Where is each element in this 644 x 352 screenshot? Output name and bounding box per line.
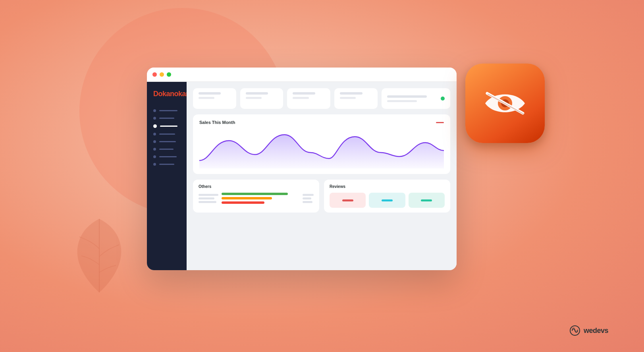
sidebar-item-6[interactable] [153,145,180,153]
bar-red [222,201,264,204]
wedevs-icon-svg [569,325,580,336]
chart-section: Sales This Month [193,114,450,174]
wedevs-logo: wedevs [569,325,608,336]
browser-window: Dokanokan [147,68,457,270]
stat-cards-row [193,88,450,109]
review-card-2 [369,193,405,208]
stat-card-2-line1 [246,92,268,95]
titlebar-dot-yellow [160,72,164,77]
sidebar-item-2-dot [153,117,156,120]
sidebar-item-8[interactable] [153,161,180,168]
titlebar-dot-red [152,72,157,77]
bar-orange [222,197,272,199]
stat-card-2-line2 [246,97,262,99]
sidebar-item-1[interactable] [153,107,180,114]
sidebar-item-1-line [159,110,177,111]
stat-card-4 [334,88,378,109]
icon-3d [465,64,553,151]
others-line-3 [199,201,216,203]
review-card-1 [330,193,366,208]
wedevs-text: wedevs [584,327,608,335]
sidebar-item-5[interactable] [153,138,180,145]
eye-slash-icon [481,87,529,119]
stat-card-wide [382,88,450,109]
others-line-2 [199,197,214,199]
reviews-panel-title: Reviews [330,184,445,189]
stat-card-4-line1 [340,92,362,95]
main-content: Sales This Month [187,82,457,270]
sidebar-item-2[interactable] [153,114,180,122]
sidebar-item-2-line [159,118,174,119]
sidebar: Dokanokan [147,82,187,270]
others-right-line-1 [303,194,314,196]
review-card-3 [409,193,445,208]
browser-titlebar [147,68,457,82]
others-panel: Others [193,180,319,213]
sidebar-item-1-dot [153,109,156,112]
stat-card-4-line2 [340,97,356,99]
leaf-decoration [71,217,127,296]
others-panel-title: Others [199,184,314,189]
sidebar-item-8-dot [153,163,156,166]
others-line-1 [199,194,218,196]
sidebar-item-7-dot [153,155,156,158]
sidebar-item-3-line [160,126,177,127]
others-panel-lines [199,194,218,203]
others-right-line-2 [303,197,311,199]
icon-3d-inner [465,64,545,143]
stat-card-wide-line2 [387,100,417,102]
bottom-panels: Others [193,180,450,213]
sidebar-item-5-line [159,141,176,142]
others-bar-group [222,193,299,204]
others-right-line-3 [303,201,312,203]
sales-chart-svg [199,129,444,168]
chart-legend [436,122,444,123]
sidebar-item-5-dot [153,140,156,143]
sidebar-item-3-active[interactable] [153,122,180,130]
review-card-3-line [421,199,432,201]
stat-card-wide-line1 [387,95,427,98]
stat-card-3-line2 [293,97,309,99]
chart-title: Sales This Month [199,120,235,125]
review-card-1-line [342,199,353,201]
others-panel-content [199,193,314,204]
bar-green [222,193,288,195]
sidebar-item-7[interactable] [153,153,180,161]
sidebar-logo: Dokanokan [153,90,180,98]
stat-card-3-line1 [293,92,315,95]
sidebar-item-3-dot [153,124,157,128]
stat-card-2 [240,88,283,109]
chart-header: Sales This Month [199,120,444,125]
reviews-panel: Reviews [324,180,450,213]
legend-line [436,122,444,123]
stat-card-wide-lines [387,95,437,102]
sidebar-item-4-line [159,133,175,135]
others-right-lines [303,194,314,203]
sidebar-item-7-line [159,156,177,157]
stat-card-1-line1 [199,92,221,95]
titlebar-dot-green [167,72,171,77]
status-dot-green [441,97,445,101]
browser-body: Dokanokan [147,82,457,270]
sidebar-item-4[interactable] [153,130,180,138]
reviews-cards [330,193,445,208]
chart-container [199,129,444,168]
sidebar-item-8-line [159,164,174,165]
sidebar-item-6-dot [153,148,156,151]
sidebar-item-6-line [159,149,174,150]
stat-card-3 [287,88,330,109]
review-card-2-line [382,199,393,201]
sidebar-item-4-dot [153,133,156,135]
stat-card-1-line2 [199,97,214,99]
logo-letter-d: Dokan [153,90,174,98]
stat-card-1 [193,88,236,109]
